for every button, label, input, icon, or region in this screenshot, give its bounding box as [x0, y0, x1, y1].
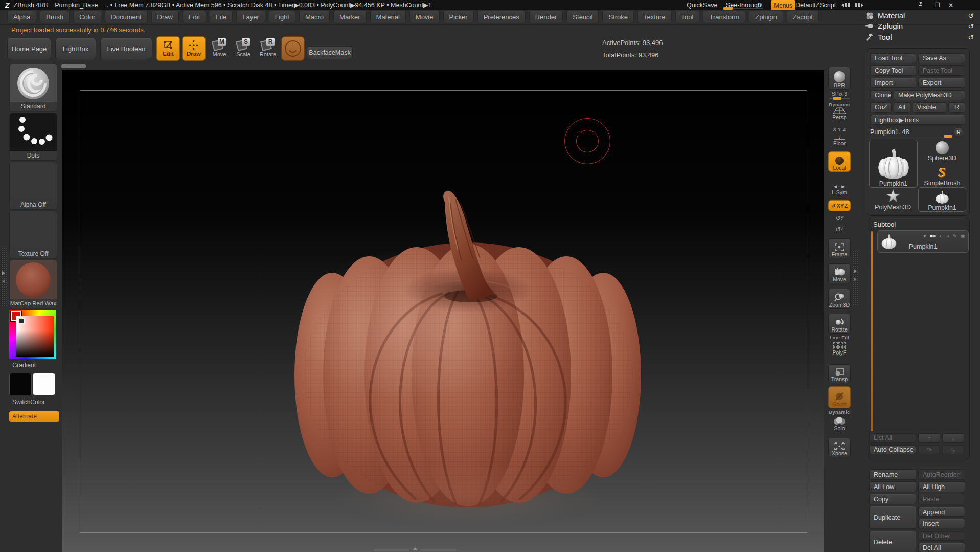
del-all-button[interactable]: Del All — [918, 543, 965, 552]
close-button[interactable]: × — [949, 0, 953, 10]
move-nav-button[interactable]: Move — [828, 263, 851, 283]
palette-zplugin[interactable]: Zplugin ↺ — [865, 21, 974, 30]
secondary-color-swatch[interactable] — [33, 373, 55, 395]
xyz-button[interactable]: ↺ XYZ — [828, 200, 851, 211]
scale-mode-button[interactable]: S Scale — [233, 38, 254, 57]
menu-transform[interactable]: Transform — [703, 11, 745, 23]
frame-button[interactable]: Frame — [828, 238, 851, 258]
xpose-button[interactable]: Xpose — [828, 438, 851, 457]
persp-button[interactable]: Persp — [828, 106, 851, 121]
minimize-button[interactable]: ▾ — [919, 0, 922, 6]
menu-texture[interactable]: Texture — [637, 11, 672, 23]
make-polymesh3d-button[interactable]: Make PolyMesh3D — [894, 90, 965, 100]
list-all-button[interactable]: List All — [869, 433, 916, 443]
lightbox-tools-button[interactable]: Lightbox▶Tools — [870, 115, 965, 125]
subtool-contrast-icon[interactable]: ◑ — [946, 233, 949, 239]
current-brush-tile[interactable]: Standard — [9, 64, 57, 112]
lightbox-button[interactable]: LightBox — [55, 38, 96, 59]
goz-visible-button[interactable]: Visible — [913, 102, 946, 113]
subtool-up-button[interactable]: ↑ — [918, 433, 940, 443]
clone-button[interactable]: Clone — [870, 90, 892, 100]
menu-file[interactable]: File — [210, 11, 233, 23]
ghost-button[interactable]: Ghost — [828, 386, 851, 408]
rotate-z-icon[interactable]: ↺ᶻ — [828, 226, 851, 233]
menu-color[interactable]: Color — [73, 11, 101, 23]
delete-button[interactable]: Delete — [869, 531, 916, 552]
bpr-button[interactable]: BPR — [828, 67, 851, 90]
local-button[interactable]: Local — [828, 151, 851, 172]
subtool-pin-icon[interactable]: ▾ — [923, 233, 926, 239]
tool-item-pumpkin1[interactable]: Pumpkin1 — [918, 187, 966, 212]
tool-r-button[interactable]: R — [954, 128, 963, 136]
menu-document[interactable]: Document — [105, 11, 147, 23]
rotate-nav-button[interactable]: Rotate — [828, 314, 851, 334]
rotate-mode-button[interactable]: R Rotate — [257, 38, 279, 57]
active-tool-slider-handle[interactable] — [944, 135, 952, 138]
lsym-button[interactable]: ◄·► L.Sym — [828, 181, 851, 196]
color-picker[interactable] — [9, 310, 56, 359]
floor-axes[interactable]: X Y Z — [828, 127, 851, 132]
load-tool-button[interactable]: Load Tool — [870, 53, 916, 63]
zplugin-reset-icon[interactable]: ↺ — [968, 22, 974, 30]
polyf-button[interactable]: PolyF — [828, 339, 851, 356]
palette-tool[interactable]: Tool ↺ — [865, 33, 974, 41]
tool-item-pumpkin1-active[interactable]: Pumpkin1 — [869, 140, 918, 188]
canvas-bottom-scrollbar-left[interactable] — [374, 549, 409, 551]
document-canvas[interactable] — [62, 70, 824, 552]
tool-item-polymesh3d[interactable]: PolyMesh3D — [869, 187, 917, 211]
backface-mask-button[interactable]: BackfaceMask — [307, 46, 353, 59]
menu-light[interactable]: Light — [269, 11, 295, 23]
solo-button[interactable]: Solo — [828, 413, 851, 432]
current-alpha-tile[interactable]: Alpha Off — [9, 162, 57, 210]
transp-button[interactable]: Transp — [828, 364, 851, 383]
menu-material[interactable]: Material — [370, 11, 406, 23]
paste-tool-button[interactable]: Paste Tool — [918, 65, 965, 76]
menu-alpha[interactable]: Alpha — [7, 11, 36, 23]
see-through-slider[interactable] — [723, 8, 763, 9]
insert-button[interactable]: Insert — [918, 519, 965, 528]
subtool-scrollbar[interactable] — [871, 231, 873, 431]
left-tray-scrollbar[interactable] — [1, 247, 7, 307]
spix-slider-handle[interactable] — [833, 97, 841, 100]
subtool-down-button[interactable]: ↓ — [942, 433, 964, 443]
save-as-button[interactable]: Save As — [918, 53, 965, 63]
duplicate-button[interactable]: Duplicate — [869, 506, 916, 529]
active-tool-slider-track[interactable] — [870, 137, 952, 137]
home-page-button[interactable]: Home Page — [7, 38, 51, 59]
current-texture-tile[interactable]: Texture Off — [9, 211, 57, 259]
goz-button[interactable]: GoZ — [870, 102, 892, 113]
menu-render[interactable]: Render — [529, 11, 563, 23]
subtool-extract-up-button[interactable]: ↷ — [918, 445, 940, 454]
menu-macro[interactable]: Macro — [299, 11, 330, 23]
floor-button[interactable]: ↓ Floor — [828, 132, 851, 147]
menu-stroke[interactable]: Stroke — [602, 11, 634, 23]
current-material-tile[interactable]: MatCap Red Wax — [9, 260, 57, 308]
menu-zplugin[interactable]: Zplugin — [749, 11, 783, 23]
menu-draw[interactable]: Draw — [151, 11, 179, 23]
goz-all-button[interactable]: All — [894, 102, 910, 113]
rename-button[interactable]: Rename — [869, 469, 916, 480]
append-button[interactable]: Append — [918, 507, 965, 517]
goz-r-button[interactable]: R — [948, 102, 965, 113]
menu-layer[interactable]: Layer — [236, 11, 265, 23]
subtool-item-pumpkin1[interactable]: ▾ ● ● ◐ ◑ ✎ ◉ Pumpkin1 — [877, 230, 969, 253]
subtool-paint-icon[interactable]: ✎ — [953, 233, 957, 239]
default-zscript-button[interactable]: DefaultZScript — [795, 0, 836, 10]
import-button[interactable]: Import — [870, 78, 916, 88]
subtool-visibility-icon-b[interactable]: ● — [932, 232, 936, 239]
zoom3d-button[interactable]: Zoom3D — [828, 289, 851, 309]
menu-movie[interactable]: Movie — [409, 11, 440, 23]
menu-brush[interactable]: Brush — [40, 11, 70, 23]
del-other-button[interactable]: Del Other — [918, 531, 965, 541]
rotate-y-icon[interactable]: ↺ʸ — [828, 214, 851, 222]
active-tool-slider[interactable]: Pumpkin1. 48 — [870, 128, 952, 137]
main-color-swatch[interactable] — [9, 373, 32, 395]
left-tray-expand-icon[interactable] — [2, 271, 5, 275]
copy-subtool-button[interactable]: Copy — [869, 494, 916, 504]
canvas-bottom-scrollbar-right[interactable] — [421, 549, 457, 551]
paste-subtool-button[interactable]: Paste — [918, 494, 965, 504]
quicksave-button[interactable]: QuickSave — [687, 0, 717, 10]
nav-strip-expand-icon[interactable] — [854, 269, 857, 273]
all-low-button[interactable]: All Low — [869, 481, 916, 492]
menu-tool[interactable]: Tool — [675, 11, 700, 23]
